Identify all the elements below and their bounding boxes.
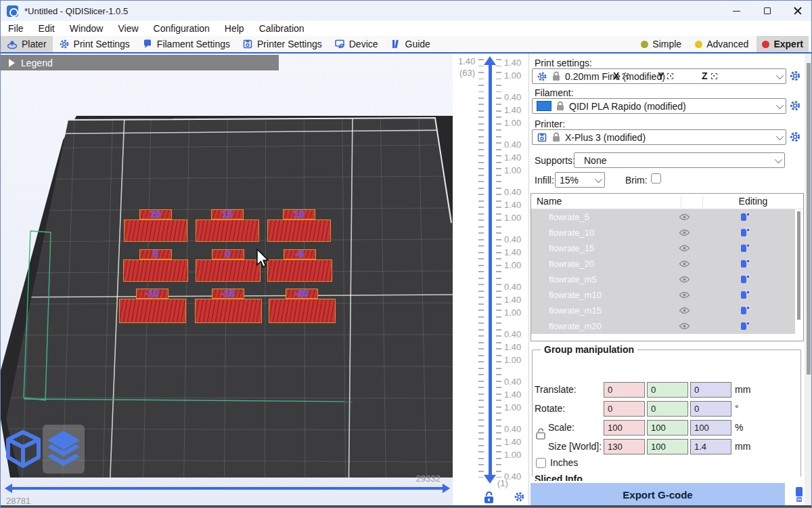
layer-slider-upper-thumb[interactable] [484,56,496,65]
object-list-scrollbar[interactable] [797,211,800,320]
mode-expert[interactable]: Expert [757,36,809,52]
object-row[interactable]: flowrate_15 [531,240,795,256]
visibility-toggle[interactable] [673,245,695,252]
close-button[interactable] [782,1,812,21]
layer-lock-icon[interactable] [484,491,494,504]
tab-device[interactable]: Device [328,36,384,52]
cube-3d-icon[interactable] [3,428,43,470]
menu-view[interactable]: View [110,21,145,36]
tab-plater[interactable]: Plater [1,36,53,52]
legend-label: Legend [21,58,53,68]
maximize-button[interactable] [752,1,782,21]
mode-simple[interactable]: Simple [635,36,687,52]
calibration-block[interactable]: 5 [123,249,188,282]
menu-help[interactable]: Help [217,21,252,36]
tab-filament-settings[interactable]: Filament Settings [136,36,236,52]
inches-checkbox[interactable] [536,458,546,468]
scale-x-field[interactable]: 100 [604,420,645,436]
editing-column-header[interactable]: Editing [703,196,803,207]
supports-combo[interactable]: None [574,152,785,168]
object-row[interactable]: flowrate_m10 [531,287,795,303]
calibration-block[interactable]: 0 [196,249,261,282]
brim-checkbox[interactable] [651,173,661,184]
minimize-button[interactable] [721,1,752,21]
edit-object-button[interactable] [695,212,795,222]
object-row[interactable]: flowrate_m15 [531,303,795,318]
rotate-z-field[interactable]: 0 [690,401,731,417]
infill-combo[interactable]: 15% [555,172,605,188]
tab-print-settings[interactable]: Print Settings [53,36,136,52]
layer-slider-track[interactable] [489,64,492,475]
print-settings-gear-button[interactable] [789,70,801,82]
menu-calibration[interactable]: Calibration [252,21,312,36]
menu-edit[interactable]: Edit [31,21,62,36]
visibility-toggle[interactable] [673,276,695,283]
calibration-block[interactable]: 10 [267,209,331,242]
tab-guide[interactable]: Guide [384,36,436,52]
inches-option[interactable]: Inches [536,457,578,468]
lock-icon [556,101,564,111]
tab-printer-settings[interactable]: Printer Settings [236,36,328,52]
printer-combo[interactable]: X-Plus 3 (modified) [532,129,786,145]
calibration-block[interactable]: -10 [119,289,186,323]
edit-object-button[interactable] [695,243,795,253]
size-x-field[interactable]: 130 [604,439,645,454]
rotate-y-field[interactable]: 0 [647,401,688,417]
edit-object-button[interactable] [695,259,795,269]
visibility-toggle[interactable] [673,229,695,236]
panel-scrollbar[interactable] [805,54,812,508]
print-slider-right-arrow[interactable] [443,484,450,493]
mode-advanced[interactable]: Advanced [690,36,754,52]
rotate-x-field[interactable]: 0 [604,401,645,417]
menu-window[interactable]: Window [62,21,111,36]
visibility-toggle[interactable] [673,322,695,330]
legend-toggle[interactable]: Legend [1,55,279,70]
edit-object-button[interactable] [695,228,795,238]
scale-z-field[interactable]: 100 [690,420,731,436]
export-gcode-button[interactable]: Export G-code [531,483,785,506]
visibility-toggle[interactable] [673,307,695,314]
size-z-field[interactable]: 1.4 [690,439,731,454]
object-name: flowrate_m5 [531,274,673,284]
printer-gear-button[interactable] [789,131,801,143]
object-row[interactable]: flowrate_5 [531,209,795,225]
eye-icon [679,213,690,221]
edit-object-button[interactable] [695,305,795,316]
filament-combo[interactable]: QIDI PLA Rapido (modified) [532,98,786,114]
translate-z-field[interactable]: 0 [690,382,731,398]
menu-file[interactable]: File [1,21,31,36]
layer-gear-icon[interactable] [514,491,525,503]
visibility-toggle[interactable] [673,260,695,268]
translate-x-field[interactable]: 0 [604,382,645,398]
layers-view-button[interactable] [43,425,85,473]
calibration-block[interactable]: -5 [267,249,332,282]
panel-scrollbar-thumb[interactable] [807,63,811,375]
uniform-scale-lock-icon[interactable] [536,427,545,440]
viewport-3d[interactable]: Legend 20151050-5-10-15-20 29332 287 [1,54,453,508]
eye-column-header[interactable] [681,196,703,207]
name-column-header[interactable]: Name [531,196,681,207]
object-row[interactable]: flowrate_m5 [531,272,795,287]
edit-object-button[interactable] [695,321,795,331]
visibility-toggle[interactable] [673,291,695,299]
object-row[interactable]: flowrate_m20 [531,318,795,334]
print-slider[interactable] [12,487,443,490]
size-y-field[interactable]: 100 [647,439,688,454]
calibration-block[interactable]: -20 [269,289,336,323]
translate-y-field[interactable]: 0 [647,382,688,398]
scale-y-field[interactable]: 100 [647,420,688,436]
object-row[interactable]: flowrate_20 [531,256,795,272]
edit-object-button[interactable] [695,274,795,284]
calibration-block[interactable]: -15 [195,289,262,323]
calibration-block[interactable]: 15 [196,209,259,242]
object-row[interactable]: flowrate_10 [531,225,795,240]
advanced-dot-icon [695,41,702,48]
print-settings-label: Print settings: [535,58,592,68]
menu-configuration[interactable]: Configuration [146,21,217,36]
layer-slider-lower-thumb[interactable] [484,475,496,484]
calibration-block[interactable]: 20 [124,209,187,242]
filament-gear-button[interactable] [789,100,801,112]
block-flow-label: -10 [136,289,168,299]
edit-object-button[interactable] [695,290,795,300]
visibility-toggle[interactable] [673,213,695,221]
